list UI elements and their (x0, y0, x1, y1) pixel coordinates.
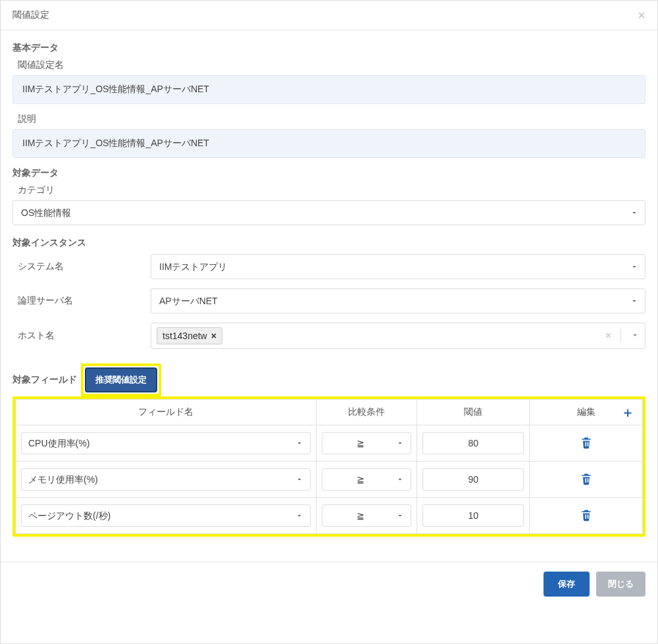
table-row: ページアウト数(/秒) ≧ (16, 498, 643, 534)
clear-all-icon[interactable]: × (605, 330, 611, 342)
section-target-instance: 対象インスタンス (13, 237, 645, 249)
category-label: カテゴリ (18, 184, 645, 196)
delete-row-icon[interactable] (580, 472, 593, 487)
col-op-header: 比較条件 (316, 400, 417, 425)
op-select[interactable]: ≧ (322, 468, 411, 491)
col-edit-header: 編集 ＋ (530, 400, 643, 425)
delete-row-icon[interactable] (580, 508, 593, 523)
threshold-name-value: IIMテストアプリ_OS性能情報_APサーバNET (13, 75, 645, 104)
close-icon[interactable]: × (638, 9, 645, 22)
logical-server-select[interactable]: APサーバNET (151, 288, 645, 313)
description-label: 説明 (18, 113, 645, 125)
divider (620, 329, 621, 342)
table-row: CPU使用率(%) ≧ (16, 425, 643, 462)
threshold-name-label: 閾値設定名 (18, 59, 645, 71)
op-select[interactable]: ≧ (322, 432, 411, 454)
col-threshold-header: 閾値 (417, 400, 530, 425)
recommend-threshold-button[interactable]: 推奨閾値設定 (85, 367, 157, 392)
delete-row-icon[interactable] (580, 436, 593, 451)
field-select[interactable]: ページアウト数(/秒) (21, 504, 311, 527)
category-select[interactable]: OS性能情報 (13, 200, 645, 225)
section-basic: 基本データ (13, 42, 645, 54)
section-target-fields: 対象フィールド (13, 374, 77, 386)
save-button[interactable]: 保存 (544, 572, 590, 597)
threshold-input[interactable] (422, 468, 524, 491)
chevron-down-icon[interactable] (630, 331, 640, 342)
system-name-label: システム名 (13, 261, 151, 273)
col-field-header: フィールド名 (16, 400, 316, 425)
logical-server-label: 論理サーバ名 (13, 295, 151, 307)
section-target-data: 対象データ (13, 167, 645, 179)
op-select[interactable]: ≧ (322, 504, 411, 527)
threshold-input[interactable] (422, 432, 524, 454)
add-row-icon[interactable]: ＋ (621, 404, 634, 421)
system-name-select[interactable]: IIMテストアプリ (151, 254, 645, 279)
table-row: メモリ使用率(%) ≧ (16, 462, 643, 498)
threshold-input[interactable] (422, 504, 524, 527)
host-tag[interactable]: tst143netw × (157, 327, 222, 344)
host-tag-label: tst143netw (163, 331, 207, 341)
field-select[interactable]: CPU使用率(%) (21, 432, 311, 454)
remove-tag-icon[interactable]: × (211, 331, 216, 341)
host-name-input[interactable]: tst143netw × × (151, 323, 645, 349)
fields-table: フィールド名 比較条件 閾値 編集 ＋ CPU使用率(%) ≧ (15, 399, 643, 534)
field-select[interactable]: メモリ使用率(%) (21, 468, 311, 491)
dialog-title: 閾値設定 (13, 9, 49, 21)
close-button[interactable]: 閉じる (596, 572, 645, 597)
description-value: IIMテストアプリ_OS性能情報_APサーバNET (13, 129, 645, 158)
host-name-label: ホスト名 (13, 330, 151, 342)
